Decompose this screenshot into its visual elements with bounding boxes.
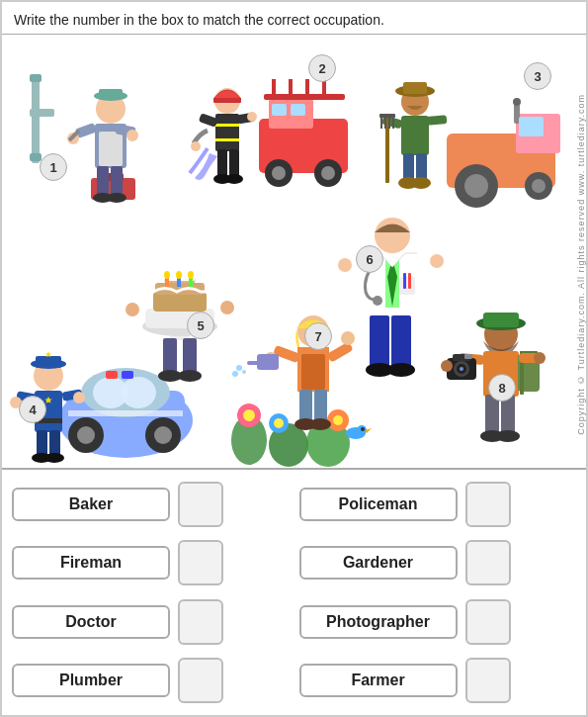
- svg-rect-36: [215, 124, 239, 127]
- answer-box-policeman[interactable]: [465, 482, 511, 527]
- answer-box-baker[interactable]: [178, 482, 223, 527]
- number-1: 1: [40, 153, 67, 181]
- answer-box-photographer[interactable]: [465, 599, 511, 645]
- svg-point-140: [243, 409, 255, 421]
- character-7: 7: [229, 277, 382, 474]
- svg-point-100: [160, 244, 200, 260]
- svg-marker-149: [366, 428, 372, 433]
- answer-box-doctor[interactable]: [178, 599, 223, 645]
- number-6: 6: [356, 245, 383, 273]
- svg-point-178: [460, 367, 463, 371]
- match-half-right-1: Policeman: [299, 482, 577, 527]
- occupation-plumber: Plumber: [12, 664, 170, 697]
- svg-rect-1: [30, 74, 42, 82]
- svg-point-45: [225, 174, 243, 184]
- svg-point-121: [375, 218, 410, 253]
- svg-point-133: [430, 254, 444, 268]
- svg-point-114: [164, 271, 170, 279]
- svg-rect-28: [289, 79, 293, 99]
- svg-point-77: [77, 426, 95, 444]
- match-half-left-2: Fireman: [12, 540, 290, 585]
- svg-point-161: [232, 371, 238, 377]
- occupation-doctor: Doctor: [12, 605, 170, 639]
- svg-rect-158: [257, 354, 279, 370]
- svg-point-97: [44, 453, 64, 463]
- svg-rect-0: [32, 74, 40, 163]
- svg-rect-29: [305, 79, 309, 99]
- svg-point-23: [272, 166, 286, 180]
- character-5: 5: [116, 227, 244, 424]
- svg-point-187: [496, 430, 520, 442]
- svg-rect-85: [36, 356, 61, 368]
- svg-rect-10: [99, 132, 123, 166]
- svg-point-120: [178, 370, 202, 382]
- svg-point-40: [191, 141, 201, 151]
- svg-rect-60: [427, 115, 448, 126]
- match-half-left-4: Plumber: [12, 658, 290, 703]
- occupation-baker: Baker: [12, 488, 170, 521]
- svg-point-132: [338, 258, 352, 272]
- match-half-right-3: Photographer: [299, 599, 577, 645]
- occupation-gardener: Gardener: [299, 546, 458, 580]
- svg-rect-169: [483, 313, 519, 327]
- svg-point-166: [309, 418, 331, 430]
- match-half-right-2: Gardener: [299, 540, 577, 585]
- svg-point-162: [242, 370, 246, 374]
- svg-point-137: [387, 363, 415, 377]
- svg-rect-128: [403, 273, 406, 289]
- answer-box-plumber[interactable]: [178, 658, 223, 703]
- svg-point-150: [361, 427, 365, 431]
- number-7: 7: [304, 322, 332, 350]
- number-2: 2: [308, 54, 336, 82]
- match-half-left-3: Doctor: [12, 599, 290, 645]
- svg-rect-35: [215, 114, 239, 151]
- svg-point-14: [126, 130, 138, 141]
- svg-rect-3: [30, 109, 54, 117]
- svg-rect-180: [464, 354, 472, 359]
- svg-rect-38: [199, 113, 218, 128]
- svg-rect-2: [30, 153, 42, 161]
- svg-rect-8: [99, 89, 123, 99]
- svg-rect-26: [264, 94, 345, 100]
- match-row-2: Fireman Gardener: [12, 537, 576, 590]
- svg-point-146: [333, 415, 343, 425]
- occupation-policeman: Policeman: [299, 488, 458, 521]
- occupation-photographer: Photographer: [299, 605, 458, 639]
- matching-section: Baker Policeman Fireman Gardener Doctor: [2, 468, 586, 715]
- svg-point-160: [236, 365, 242, 371]
- svg-rect-37: [215, 138, 239, 141]
- number-8: 8: [488, 374, 516, 402]
- answer-box-farmer[interactable]: [465, 658, 511, 703]
- occupation-farmer: Farmer: [299, 664, 458, 697]
- answer-box-fireman[interactable]: [178, 540, 223, 585]
- instruction-text: Write the number in the box to match the…: [2, 2, 586, 35]
- number-4: 4: [19, 396, 46, 423]
- svg-rect-30: [322, 79, 326, 99]
- svg-point-25: [321, 166, 335, 180]
- svg-rect-159: [247, 361, 259, 365]
- match-half-right-4: Farmer: [299, 658, 577, 703]
- svg-rect-62: [379, 114, 395, 118]
- svg-rect-58: [401, 116, 429, 155]
- svg-point-93: [73, 392, 85, 403]
- svg-point-53: [513, 98, 521, 106]
- svg-rect-34: [213, 98, 241, 103]
- svg-rect-32: [291, 104, 305, 116]
- svg-point-182: [441, 360, 453, 372]
- svg-rect-153: [301, 354, 325, 390]
- svg-point-183: [534, 352, 546, 364]
- match-row-4: Plumber Farmer: [12, 655, 576, 708]
- answer-box-gardener[interactable]: [465, 540, 511, 585]
- svg-point-49: [464, 174, 488, 198]
- match-row-1: Baker Policeman: [12, 478, 576, 531]
- occupation-fireman: Fireman: [12, 546, 170, 580]
- svg-rect-129: [408, 273, 411, 289]
- character-1: 1: [22, 64, 160, 217]
- svg-point-116: [188, 271, 194, 279]
- match-row-3: Doctor Photographer: [12, 595, 576, 649]
- character-8: 8: [437, 287, 580, 484]
- svg-point-143: [274, 418, 284, 428]
- svg-rect-57: [403, 82, 427, 94]
- svg-rect-27: [272, 79, 276, 99]
- svg-rect-135: [391, 315, 411, 370]
